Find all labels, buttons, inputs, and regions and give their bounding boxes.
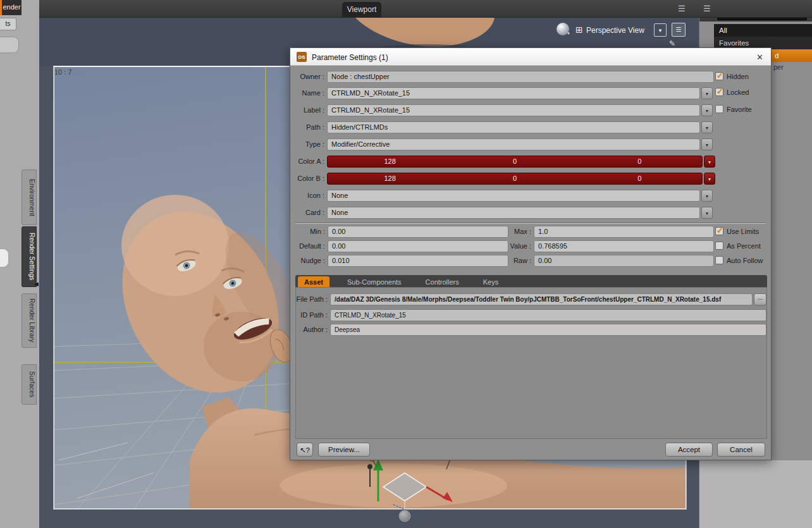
author-field[interactable]: Deepsea [330, 324, 766, 336]
frame-dim-left [39, 66, 54, 509]
selected-group-fragment: d [775, 52, 778, 59]
annotation-icon[interactable]: ✎ [669, 39, 675, 48]
subitem-fragment: per [773, 63, 784, 71]
path-field[interactable]: Hidden/CTRLMDs [327, 121, 700, 133]
asset-panel: File Path : /data/DAZ 3D/Genesis 8/Male/… [295, 287, 767, 439]
color-b-bar[interactable]: 128 0 0 [327, 173, 703, 185]
color-b-r: 128 [328, 173, 452, 184]
raw-label: Raw : [503, 257, 531, 264]
dock-handle[interactable] [0, 37, 19, 53]
browse-button[interactable]: ... [754, 293, 766, 305]
asset-tabbar: Asset Sub-Components Controllers Keys [295, 275, 767, 287]
default-label: Default : [295, 242, 325, 250]
min-max-row: Min : 0.00 Max : 1.0 [295, 226, 767, 238]
id-path-row: ID Path : CTRLMD_N_XRotate_15 [296, 309, 768, 321]
render-button-fragment[interactable]: ender [0, 0, 22, 15]
path-row: Path : Hidden/CTRLMDs ▼ [295, 121, 767, 133]
card-label: Card : [295, 209, 324, 216]
favorite-checkbox[interactable] [715, 105, 723, 113]
accept-button[interactable]: Accept [665, 443, 713, 457]
auto-follow-flag: Auto Follow [715, 255, 763, 265]
tab-fragment[interactable]: ts [0, 18, 16, 30]
color-b-row: Color B : 128 0 0 ▼ [295, 173, 767, 185]
favorite-flag: Favorite [715, 104, 752, 114]
card-field[interactable]: None [327, 207, 700, 219]
name-row: Name : CTRLMD_N_XRotate_15 ▼ [295, 87, 767, 99]
dialog-titlebar[interactable]: DS Parameter Settings (1) ✕ [290, 48, 771, 66]
author-row: Author : Deepsea [296, 324, 768, 336]
tab-sub-components[interactable]: Sub-Components [341, 276, 408, 287]
sidebar-tab-environment[interactable]: Environment [22, 169, 37, 225]
color-b-label: Color B : [295, 175, 324, 182]
color-a-row: Color A : 128 0 0 ▼ [295, 156, 767, 168]
color-b-dropdown-icon[interactable]: ▼ [704, 173, 715, 185]
pane-menu-icon[interactable]: ☰ [678, 4, 686, 13]
nudge-label: Nudge : [295, 257, 325, 264]
as-percent-label: As Percent [727, 242, 761, 250]
path-dropdown-icon[interactable]: ▼ [701, 121, 713, 133]
panel-bottom-area [699, 460, 812, 528]
viewport-options-icon[interactable]: ☰ [672, 23, 686, 37]
path-label: Path : [295, 123, 324, 131]
file-path-field[interactable]: /data/DAZ 3D/Genesis 8/Male/Morphs/Deeps… [330, 293, 753, 305]
view-mode-dropdown[interactable]: ▼ [654, 23, 667, 37]
type-dropdown-icon[interactable]: ▼ [701, 138, 713, 150]
color-b-g: 0 [452, 173, 577, 184]
collapse-arrow-icon[interactable]: ◀ [34, 281, 39, 287]
panel-menu-icon[interactable]: ☰ [703, 4, 711, 13]
icon-label: Icon : [295, 192, 324, 199]
auto-follow-checkbox[interactable] [715, 256, 723, 264]
use-limits-checkbox[interactable] [715, 227, 723, 235]
label-dropdown-icon[interactable]: ▼ [701, 104, 713, 116]
max-field[interactable]: 1.0 [534, 226, 714, 238]
use-limits-flag: Use Limits [715, 226, 759, 236]
name-field[interactable]: CTRLMD_N_XRotate_15 [327, 87, 700, 99]
icon-dropdown-icon[interactable]: ▼ [701, 190, 713, 202]
draw-style-arrow-icon[interactable]: ▼ [567, 32, 570, 35]
cancel-button[interactable]: Cancel [717, 443, 765, 457]
sidebar-tab-render-settings[interactable]: Render Settings [22, 226, 37, 287]
nudge-raw-row: Nudge : 0.010 Raw : 0.00 [295, 255, 767, 267]
tab-asset[interactable]: Asset [298, 276, 329, 287]
value-field[interactable]: 0.768595 [534, 240, 714, 252]
type-field[interactable]: Modifier/Corrective [327, 138, 700, 150]
locked-checkbox[interactable] [715, 88, 723, 96]
card-row: Card : None ▼ [295, 207, 767, 219]
whats-this-button[interactable]: ↖? [297, 443, 313, 457]
daz-logo-icon: DS [297, 52, 307, 62]
color-a-b: 0 [577, 156, 702, 167]
author-label: Author : [296, 326, 328, 333]
sidebar-tab-render-library[interactable]: Render Library [22, 293, 37, 348]
default-field[interactable]: 0.00 [328, 240, 508, 252]
label-field[interactable]: CTRLMD_N_XRotate_15 [327, 104, 700, 116]
min-label: Min : [295, 228, 325, 235]
view-mode-selector[interactable]: Perspective View [586, 26, 644, 35]
id-path-field[interactable]: CTRLMD_N_XRotate_15 [330, 309, 766, 321]
tab-keys[interactable]: Keys [477, 276, 505, 287]
color-a-bar[interactable]: 128 0 0 [327, 156, 703, 168]
type-row: Type : Modifier/Corrective ▼ [295, 138, 767, 150]
locked-flag-label: Locked [727, 89, 749, 96]
close-icon[interactable]: ✕ [756, 52, 763, 62]
as-percent-checkbox[interactable] [715, 242, 723, 250]
value-label: Value : [503, 242, 531, 250]
max-label: Max : [503, 228, 531, 235]
param-group-all[interactable]: All [714, 24, 812, 37]
dock-pill[interactable] [0, 249, 9, 267]
card-dropdown-icon[interactable]: ▼ [701, 207, 713, 219]
file-path-label: File Path : [296, 295, 328, 303]
color-a-dropdown-icon[interactable]: ▼ [704, 156, 715, 168]
preview-button[interactable]: Preview... [318, 443, 370, 457]
sidebar-tab-surfaces[interactable]: Surfaces [22, 364, 37, 405]
owner-row: Owner : Node : chestUpper [295, 71, 767, 83]
view-grid-icon: ⊞ [575, 25, 583, 35]
min-field[interactable]: 0.00 [328, 226, 508, 238]
hidden-checkbox[interactable] [715, 72, 723, 80]
tab-controllers[interactable]: Controllers [419, 276, 465, 287]
type-label: Type : [295, 140, 324, 148]
icon-field[interactable]: None [327, 190, 700, 202]
nudge-field[interactable]: 0.010 [328, 255, 508, 267]
tab-viewport[interactable]: Viewport [342, 2, 381, 18]
owner-field: Node : chestUpper [327, 71, 714, 83]
name-dropdown-icon[interactable]: ▼ [701, 87, 713, 99]
